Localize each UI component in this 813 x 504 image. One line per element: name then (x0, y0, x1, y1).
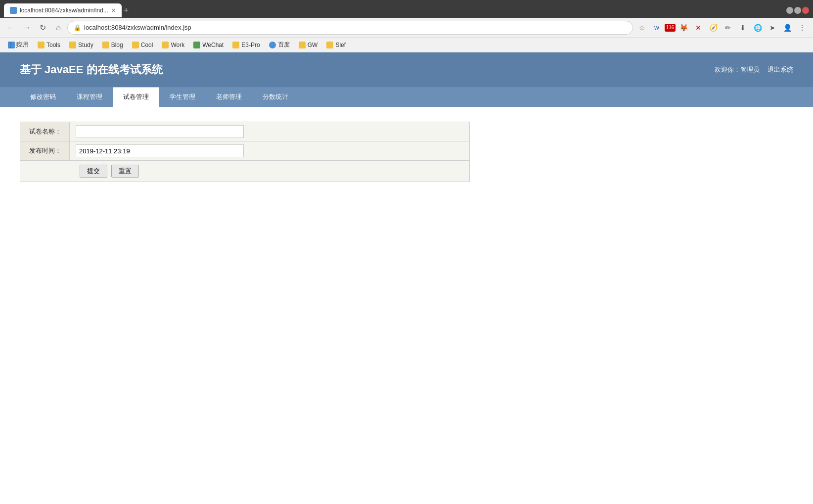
bookmarks-bar: ⋮⋮ 应用 Tools Study Blog Cool Work WeChat (0, 38, 813, 52)
e3pro-icon (232, 42, 239, 48)
exam-name-input[interactable] (76, 125, 244, 138)
bookmark-study-label: Study (78, 42, 93, 48)
active-tab[interactable]: localhost:8084/zxksw/admin/ind... ✕ (4, 3, 122, 17)
nav-student-manage[interactable]: 学生管理 (159, 87, 206, 107)
exam-name-row: 试卷名称： (20, 122, 469, 141)
minimize-button[interactable]: – (786, 7, 793, 14)
tools-icon (38, 42, 45, 48)
bookmark-star-button[interactable]: ☆ (635, 21, 649, 35)
apps-icon: ⋮⋮ (8, 42, 15, 48)
ext-x-button[interactable]: ✕ (691, 21, 705, 35)
nav-exam-manage[interactable]: 试卷管理 (113, 87, 159, 107)
welcome-text: 欢迎你：管理员 (715, 65, 760, 74)
bookmark-apps-label: 应用 (17, 41, 29, 49)
ext-nav-button[interactable]: 🧭 (706, 21, 720, 35)
tab-bar: localhost:8084/zxksw/admin/ind... ✕ + – … (0, 0, 813, 18)
ext-edit-button[interactable]: ✏ (721, 21, 735, 35)
study-icon (69, 42, 76, 48)
publish-time-label: 发布时间： (20, 141, 70, 160)
navigation-bar: ← → ↻ ⌂ 🔒 ☆ W 116 🦊 ✕ 🧭 ✏ ⬇ 🌐 ➤ 👤 ⋮ (0, 18, 813, 38)
tab-close-button[interactable]: ✕ (111, 7, 116, 14)
tab-favicon (10, 7, 17, 14)
exam-name-value (70, 122, 469, 141)
ext-arrow-button[interactable]: ➤ (766, 21, 779, 35)
new-tab-button[interactable]: + (124, 5, 129, 16)
lock-icon: 🔒 (74, 24, 81, 31)
form-actions-row: 提交 重置 (20, 161, 469, 182)
ext-fox-button[interactable]: 🦊 (677, 21, 690, 35)
url-input[interactable] (84, 24, 627, 31)
menu-button[interactable]: ⋮ (795, 21, 809, 35)
bookmark-slef[interactable]: Slef (322, 41, 350, 49)
site-title: 基于 JavaEE 的在线考试系统 (20, 62, 163, 77)
bookmark-apps[interactable]: ⋮⋮ 应用 (4, 40, 33, 50)
close-button[interactable]: × (802, 7, 809, 14)
publish-time-row: 发布时间： (20, 141, 469, 161)
bookmark-wechat[interactable]: WeChat (189, 41, 227, 49)
bookmark-slef-label: Slef (335, 42, 346, 48)
logout-link[interactable]: 退出系统 (768, 65, 793, 74)
bookmark-tools-label: Tools (46, 42, 60, 48)
nav-change-password[interactable]: 修改密码 (20, 87, 66, 107)
exam-form-container: 试卷名称： 发布时间： 提交 重置 (20, 122, 470, 182)
work-icon (162, 42, 169, 48)
bookmark-cool[interactable]: Cool (128, 41, 157, 49)
bookmark-cool-label: Cool (141, 42, 153, 48)
site-header: 基于 JavaEE 的在线考试系统 欢迎你：管理员 退出系统 (0, 52, 813, 87)
cool-icon (132, 42, 139, 48)
bookmark-baidu[interactable]: 百度 (265, 40, 294, 50)
profile-button[interactable]: 👤 (780, 21, 794, 35)
bookmark-tools[interactable]: Tools (34, 41, 64, 49)
header-user-area: 欢迎你：管理员 退出系统 (715, 65, 793, 74)
bookmark-e3pro-label: E3-Pro (241, 42, 260, 48)
home-button[interactable]: ⌂ (51, 21, 65, 35)
tab-title: localhost:8084/zxksw/admin/ind... (20, 7, 108, 14)
site-nav: 修改密码 课程管理 试卷管理 学生管理 老师管理 分数统计 (0, 87, 813, 107)
gw-icon (299, 42, 306, 48)
bookmark-e3pro[interactable]: E3-Pro (228, 41, 264, 49)
bookmark-blog-label: Blog (111, 42, 123, 48)
bookmark-gw-label: GW (308, 42, 318, 48)
submit-button[interactable]: 提交 (80, 165, 107, 178)
bookmark-work-label: Work (171, 42, 184, 48)
bookmark-work[interactable]: Work (158, 41, 188, 49)
browser-chrome: localhost:8084/zxksw/admin/ind... ✕ + – … (0, 0, 813, 52)
ext-word-button[interactable]: W (650, 21, 664, 35)
reset-button[interactable]: 重置 (111, 165, 139, 178)
back-button[interactable]: ← (4, 21, 18, 35)
bookmark-gw[interactable]: GW (295, 41, 322, 49)
baidu-icon (269, 42, 276, 48)
exam-name-label: 试卷名称： (20, 122, 70, 141)
wechat-icon (193, 42, 200, 48)
main-content: 试卷名称： 发布时间： 提交 重置 (0, 107, 813, 197)
address-bar[interactable]: 🔒 (67, 21, 633, 35)
maximize-button[interactable]: □ (794, 7, 801, 14)
forward-button[interactable]: → (20, 21, 34, 35)
page-content: 基于 JavaEE 的在线考试系统 欢迎你：管理员 退出系统 修改密码 课程管理… (0, 52, 813, 197)
bookmark-baidu-label: 百度 (278, 41, 290, 49)
window-controls: – □ × (786, 7, 809, 14)
nav-actions: ☆ W 116 🦊 ✕ 🧭 ✏ ⬇ 🌐 ➤ 👤 ⋮ (635, 21, 809, 35)
ext-globe-button[interactable]: 🌐 (751, 21, 765, 35)
ext-badge-button[interactable]: 116 (665, 24, 676, 32)
ext-download-button[interactable]: ⬇ (736, 21, 750, 35)
form-actions: 提交 重置 (20, 161, 145, 182)
bookmark-wechat-label: WeChat (202, 42, 224, 48)
publish-time-value (70, 141, 469, 160)
nav-teacher-manage[interactable]: 老师管理 (206, 87, 252, 107)
bookmark-blog[interactable]: Blog (98, 41, 127, 49)
bookmark-study[interactable]: Study (65, 41, 97, 49)
blog-icon (102, 42, 109, 48)
nav-score-stats[interactable]: 分数统计 (252, 87, 299, 107)
nav-course-manage[interactable]: 课程管理 (66, 87, 113, 107)
refresh-button[interactable]: ↻ (36, 21, 49, 35)
publish-time-input[interactable] (76, 144, 244, 157)
slef-icon (326, 42, 333, 48)
